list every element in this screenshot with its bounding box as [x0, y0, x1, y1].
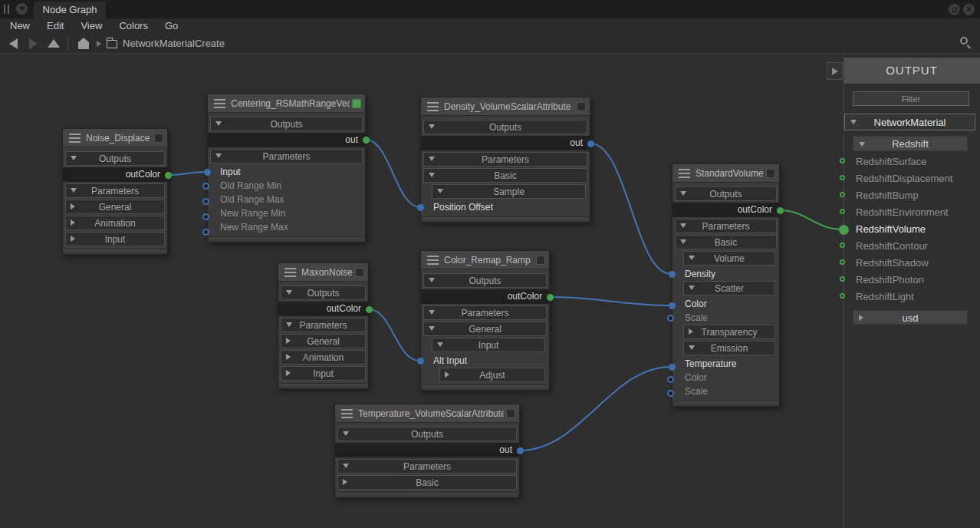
port-centering-old-range-min[interactable]: [202, 183, 209, 190]
section-outputs[interactable]: Outputs: [65, 151, 165, 166]
port-centering-old-range-max[interactable]: [202, 198, 209, 205]
port-noise-displace-outcolor[interactable]: [165, 172, 172, 179]
filter-input[interactable]: [853, 91, 969, 106]
terminal-redshiftvolume[interactable]: RedshiftVolume: [839, 221, 980, 238]
hamburger-icon[interactable]: [341, 409, 353, 418]
output-outcolor[interactable]: outColor: [63, 167, 167, 182]
hamburger-icon[interactable]: [679, 169, 690, 178]
wire-0[interactable]: [168, 172, 206, 175]
terminal-redshiftcontour[interactable]: RedshiftContour: [839, 238, 980, 255]
forward-button[interactable]: [29, 38, 38, 49]
port-standardvolume-density[interactable]: [669, 271, 676, 278]
terminal-port-icon[interactable]: [839, 225, 849, 235]
terminal-port-icon[interactable]: [840, 175, 845, 180]
terminal-redshiftbump[interactable]: RedshiftBump: [839, 187, 980, 204]
section-general[interactable]: General: [281, 334, 366, 348]
section-parameters[interactable]: Parameters: [210, 149, 363, 163]
port-standardvolume-color[interactable]: [669, 302, 676, 309]
up-level-button[interactable]: [48, 39, 60, 48]
menu-edit[interactable]: Edit: [38, 18, 72, 34]
section-basic[interactable]: Basic: [675, 235, 777, 249]
param-scale[interactable]: Scale: [673, 384, 779, 398]
terminal-redshiftdisplacement[interactable]: RedshiftDisplacement: [839, 170, 980, 187]
port-maxonnoise-outcolor[interactable]: [366, 306, 373, 313]
output-out[interactable]: out: [208, 133, 365, 147]
port-standardvolume-temperature[interactable]: [669, 364, 676, 371]
port-density-out[interactable]: [587, 140, 594, 147]
section-input[interactable]: Input: [65, 232, 165, 246]
node-color-badge[interactable]: [352, 99, 361, 108]
home-icon[interactable]: [78, 43, 89, 49]
section-animation[interactable]: Animation: [281, 350, 366, 365]
menu-colors[interactable]: Colors: [110, 18, 156, 34]
node-centering-rsmathrangevector[interactable]: Centering_RSMathRangeVectorOutputsoutPar…: [207, 94, 366, 243]
output-outcolor[interactable]: outColor: [673, 203, 779, 217]
section-outputs[interactable]: Outputs: [337, 427, 517, 441]
port-standardvolume-outcolor[interactable]: [777, 207, 784, 214]
section-outputs[interactable]: Outputs: [281, 285, 366, 300]
section-general[interactable]: General: [65, 200, 165, 214]
terminal-redshiftphoton[interactable]: RedshiftPhoton: [839, 272, 980, 289]
output-out[interactable]: out: [421, 136, 590, 150]
hamburger-icon[interactable]: [284, 268, 296, 277]
param-color[interactable]: Color: [673, 297, 779, 311]
node-header[interactable]: Temperature_VolumeScalarAttribute: [335, 404, 519, 423]
node-header[interactable]: Density_VolumeScalarAttribute: [421, 97, 590, 116]
node-color-badge[interactable]: [355, 268, 364, 277]
node-header[interactable]: MaxonNoise: [278, 263, 368, 282]
back-button[interactable]: [9, 38, 18, 49]
node-color-remap-ramp[interactable]: Color_Remap_RampOutputsoutColorParameter…: [420, 250, 550, 391]
node-temperature-volumescalarattribute[interactable]: Temperature_VolumeScalarAttributeOutputs…: [334, 404, 520, 498]
section-parameters[interactable]: Parameters: [337, 459, 517, 474]
output-outcolor[interactable]: outColor: [421, 289, 549, 304]
port-standardvolume-emission-scale[interactable]: [667, 390, 674, 397]
section-parameters[interactable]: Parameters: [281, 318, 366, 332]
section-outputs[interactable]: Outputs: [423, 273, 547, 288]
port-centering-new-range-max[interactable]: [202, 229, 209, 236]
node-color-badge[interactable]: [536, 256, 545, 265]
param-input[interactable]: Input: [208, 165, 365, 179]
port-centering-out[interactable]: [363, 137, 370, 144]
param-temperature[interactable]: Temperature: [673, 357, 779, 371]
port-remap-alt-input[interactable]: [417, 358, 424, 365]
node-header[interactable]: Centering_RSMathRangeVector: [208, 94, 365, 113]
section-animation[interactable]: Animation: [65, 216, 165, 230]
param-old-range-min[interactable]: Old Range Min: [208, 179, 365, 193]
section-transparency[interactable]: Transparency: [683, 325, 775, 339]
terminal-redshiftlight[interactable]: RedshiftLight: [839, 289, 980, 305]
section-outputs[interactable]: Outputs: [210, 117, 363, 131]
search-icon[interactable]: [960, 37, 968, 45]
param-position-offset[interactable]: Position Offset: [421, 200, 590, 214]
redshift-group-header[interactable]: Redshift: [853, 136, 968, 151]
param-old-range-max[interactable]: Old Range Max: [208, 193, 365, 206]
hamburger-icon[interactable]: [427, 256, 439, 265]
section-adjust[interactable]: Adjust: [439, 368, 545, 382]
usd-group-header[interactable]: usd: [853, 310, 968, 325]
section-volume[interactable]: Volume: [683, 251, 775, 266]
wire-4[interactable]: [550, 297, 671, 305]
wire-3[interactable]: [369, 309, 419, 361]
section-sample[interactable]: Sample: [432, 184, 586, 199]
param-new-range-max[interactable]: New Range Max: [208, 220, 365, 234]
param-new-range-min[interactable]: New Range Min: [208, 206, 365, 220]
section-general[interactable]: General: [423, 322, 547, 336]
node-header[interactable]: Noise_Displace: [63, 129, 167, 147]
tab-node-graph[interactable]: Node Graph: [34, 2, 106, 18]
node-standardvolume[interactable]: StandardVolumeOutputsoutColorParametersB…: [672, 163, 780, 407]
section-outputs[interactable]: Outputs: [423, 120, 587, 134]
terminal-redshiftsurface[interactable]: RedshiftSurface: [839, 153, 980, 170]
port-standardvolume-emission-color[interactable]: [667, 376, 674, 383]
terminal-redshiftenvironment[interactable]: RedshiftEnvironment: [839, 204, 980, 221]
menu-new[interactable]: New: [2, 18, 38, 34]
section-scatter[interactable]: Scatter: [683, 281, 775, 295]
section-parameters[interactable]: Parameters: [423, 305, 547, 320]
param-alt-input[interactable]: Alt Input: [421, 354, 549, 368]
pane-drag-handle[interactable]: [4, 5, 10, 14]
close-pane-button[interactable]: ×: [963, 4, 975, 15]
node-color-badge[interactable]: [577, 102, 586, 111]
port-temperature-out[interactable]: [517, 447, 524, 454]
node-noise-displace[interactable]: Noise_DisplaceOutputsoutColorParametersG…: [62, 128, 168, 255]
wire-6[interactable]: [780, 210, 844, 229]
node-color-badge[interactable]: [766, 169, 775, 178]
section-input[interactable]: Input: [281, 366, 366, 381]
